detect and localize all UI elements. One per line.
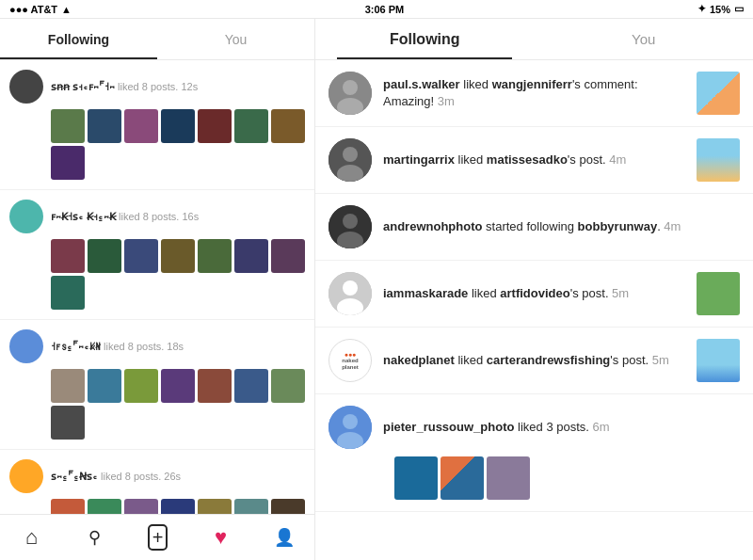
list-item: ꜰꟷꞢꟵꜱ꜀ Ꞣꟶ꜁ꟷꞢ liked 8 posts. 16s bbox=[0, 190, 314, 320]
avatar: ●●● naked planet bbox=[328, 339, 372, 382]
photo-thumb bbox=[51, 499, 85, 514]
photo-thumb bbox=[88, 369, 121, 403]
right-tab-following[interactable]: Following bbox=[315, 19, 535, 59]
photo-thumb bbox=[88, 239, 121, 273]
photo-grid bbox=[51, 239, 305, 310]
photo-thumb bbox=[124, 109, 158, 143]
list-item: ꜱꟷ꜁ꟳ꜁Ꞥꜱ꜀ liked 8 posts. 26s bbox=[0, 450, 314, 514]
list-item: pieter_russouw_photo liked 3 posts. 6m bbox=[315, 394, 753, 512]
nav-heart[interactable]: ♥ bbox=[189, 515, 252, 560]
activity-text: iammaskarade liked artfidovideo's post. … bbox=[383, 285, 685, 302]
activity-text: andrewnohphoto started following bobbyru… bbox=[383, 218, 740, 235]
list-item: iammaskarade liked artfidovideo's post. … bbox=[315, 261, 753, 328]
main-content: Following You ꜱꞥꞥ ꜱꟶ꜀ꜰꟷꟳꟵꟷ liked 8 posts… bbox=[0, 19, 753, 560]
right-panel: Following You paul.s.walker liked wangje… bbox=[315, 19, 753, 560]
photo-thumb bbox=[271, 499, 305, 514]
post-thumbnail bbox=[697, 138, 740, 182]
photo-thumb bbox=[198, 109, 232, 143]
photo-thumb bbox=[198, 369, 232, 403]
bottom-nav: ⌂ ⚲ + ♥ 👤 bbox=[0, 514, 315, 560]
svg-point-1 bbox=[343, 80, 358, 95]
nav-home[interactable]: ⌂ bbox=[0, 515, 63, 560]
right-tab-header: Following You bbox=[315, 19, 753, 60]
photo-thumb bbox=[161, 369, 195, 403]
activity-text: nakedplanet liked carterandrewsfishing's… bbox=[383, 352, 685, 369]
heart-icon: ♥ bbox=[215, 525, 227, 550]
photo-thumb bbox=[234, 109, 268, 143]
photo-thumb bbox=[161, 109, 195, 143]
photo-thumb bbox=[124, 369, 158, 403]
avatar bbox=[9, 70, 43, 104]
photo-thumb bbox=[271, 369, 305, 403]
left-tab-following[interactable]: Following bbox=[0, 19, 157, 59]
photo-thumb bbox=[234, 499, 268, 514]
photo-thumb bbox=[161, 239, 195, 273]
status-bar: ●●● AT&T ▲ 3:06 PM ✦ 15% ▭ bbox=[0, 0, 753, 19]
photo-thumb bbox=[51, 276, 85, 310]
activity-text: martingarrix liked matissesadko's post. … bbox=[383, 152, 685, 168]
avatar bbox=[328, 205, 372, 248]
photo-thumb bbox=[234, 239, 268, 273]
photo-thumb bbox=[271, 109, 305, 143]
post-thumbnail bbox=[697, 272, 740, 315]
photo-thumb bbox=[487, 456, 530, 500]
carrier-text: ●●● AT&T bbox=[9, 4, 57, 15]
left-activity-list[interactable]: ꜱꞥꞥ ꜱꟶ꜀ꜰꟷꟳꟵꟷ liked 8 posts. 12s bbox=[0, 60, 314, 514]
post-thumbnail bbox=[697, 339, 740, 382]
nav-search[interactable]: ⚲ bbox=[63, 515, 126, 560]
photo-thumb bbox=[51, 369, 85, 403]
avatar bbox=[328, 406, 372, 449]
photo-thumb bbox=[124, 499, 158, 514]
photo-grid bbox=[51, 109, 305, 180]
search-icon: ⚲ bbox=[88, 527, 101, 548]
photo-thumb bbox=[198, 239, 232, 273]
nav-add[interactable]: + bbox=[126, 515, 189, 560]
photo-thumb bbox=[441, 456, 484, 500]
post-thumbnail bbox=[697, 72, 740, 115]
photo-strip bbox=[381, 453, 753, 511]
avatar bbox=[328, 138, 372, 182]
profile-icon: 👤 bbox=[274, 527, 295, 548]
bluetooth-icon: ✦ bbox=[697, 3, 706, 15]
left-tab-header: Following You bbox=[0, 19, 314, 60]
list-item: ꜱꞥꞥ ꜱꟶ꜀ꜰꟷꟳꟵꟷ liked 8 posts. 12s bbox=[0, 60, 314, 190]
photo-thumb bbox=[394, 456, 438, 500]
battery-icon: ▭ bbox=[734, 3, 744, 15]
right-tab-you[interactable]: You bbox=[535, 19, 754, 59]
status-time: 3:06 PM bbox=[365, 4, 405, 15]
svg-point-13 bbox=[343, 414, 358, 429]
photo-thumb bbox=[124, 239, 158, 273]
svg-point-4 bbox=[343, 147, 358, 162]
activity-text: pieter_russouw_photo liked 3 posts. 6m bbox=[383, 419, 740, 436]
list-item: ●●● naked planet nakedplanet liked carte… bbox=[315, 328, 753, 394]
right-activity-list[interactable]: paul.s.walker liked wangjenniferr's comm… bbox=[315, 60, 753, 560]
photo-thumb bbox=[88, 109, 121, 143]
status-right: ✦ 15% ▭ bbox=[697, 3, 744, 15]
avatar bbox=[9, 459, 43, 493]
avatar bbox=[328, 72, 372, 115]
nav-profile[interactable]: 👤 bbox=[252, 515, 315, 560]
photo-grid bbox=[51, 499, 305, 514]
photo-thumb bbox=[51, 146, 85, 180]
activity-text: paul.s.walker liked wangjenniferr's comm… bbox=[383, 76, 685, 110]
photo-thumb bbox=[271, 239, 305, 273]
photo-thumb bbox=[161, 499, 195, 514]
photo-thumb bbox=[51, 109, 85, 143]
svg-point-7 bbox=[343, 214, 358, 229]
photo-thumb bbox=[88, 499, 121, 514]
left-panel: Following You ꜱꞥꞥ ꜱꟶ꜀ꜰꟷꟳꟵꟷ liked 8 posts… bbox=[0, 19, 315, 560]
list-item: andrewnohphoto started following bobbyru… bbox=[315, 194, 753, 261]
photo-thumb bbox=[51, 406, 85, 440]
activity-item-header: pieter_russouw_photo liked 3 posts. 6m bbox=[315, 394, 753, 453]
photo-thumb bbox=[234, 369, 268, 403]
left-tab-you[interactable]: You bbox=[157, 19, 314, 59]
photo-thumb bbox=[51, 239, 85, 273]
home-icon: ⌂ bbox=[25, 525, 38, 550]
add-icon: + bbox=[148, 524, 168, 551]
list-item: martingarrix liked matissesadko's post. … bbox=[315, 127, 753, 194]
avatar bbox=[328, 272, 372, 315]
photo-thumb bbox=[198, 499, 232, 514]
avatar bbox=[9, 200, 43, 233]
wifi-icon: ▲ bbox=[61, 4, 72, 15]
list-item: paul.s.walker liked wangjenniferr's comm… bbox=[315, 60, 753, 127]
